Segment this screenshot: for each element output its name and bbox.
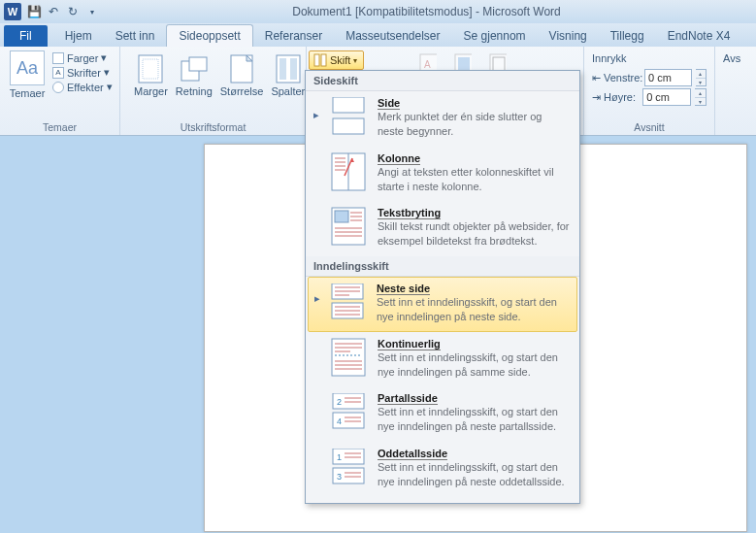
- svg-rect-7: [290, 58, 297, 80]
- group-page-setup: Marger Retning Størrelse Spalter: [120, 47, 307, 135]
- tab-endnote[interactable]: EndNote X4: [656, 25, 742, 47]
- qat-dropdown-icon[interactable]: ▾: [83, 3, 101, 20]
- continuous-title: Kontinuerlig: [378, 338, 570, 350]
- arrow-icon: ▸: [313, 97, 319, 121]
- undo-icon[interactable]: ↶: [45, 3, 62, 20]
- theme-colors-button[interactable]: Farger ▾: [52, 50, 113, 65]
- themes-icon: Aa: [10, 50, 45, 85]
- svg-text:A: A: [424, 59, 431, 70]
- columns-label: Spalter: [271, 85, 305, 97]
- indent-right-icon: ⇥: [592, 91, 601, 104]
- menu-continuous[interactable]: Kontinuerlig Sett inn et inndelingsskift…: [306, 332, 579, 387]
- orientation-button[interactable]: Retning: [176, 54, 213, 97]
- arrow-icon: ▸: [314, 283, 318, 305]
- even-page-desc: Sett inn et inndelingsskift, og start de…: [378, 405, 570, 434]
- svg-rect-15: [321, 54, 326, 66]
- columns-button[interactable]: Spalter: [271, 54, 305, 97]
- tab-se-gjennom[interactable]: Se gjennom: [452, 25, 538, 47]
- next-page-desc: Sett inn et inndelingsskift, og start de…: [377, 295, 569, 324]
- menu-next-page[interactable]: ▸ Neste side Sett inn et inndelingsskift…: [308, 277, 577, 332]
- themes-label: Temaer: [6, 87, 49, 99]
- even-page-icon: 24: [329, 392, 368, 431]
- theme-effects-label: Effekter: [67, 82, 104, 93]
- size-button[interactable]: Størrelse: [220, 54, 264, 97]
- svg-rect-6: [279, 58, 286, 80]
- column-break-desc: Angi at teksten etter kolonneskiftet vil…: [378, 165, 570, 194]
- menu-even-page[interactable]: 24 Partallsside Sett inn et inndelingssk…: [306, 386, 579, 442]
- quick-access-toolbar: 💾 ↶ ↻ ▾: [25, 3, 101, 20]
- indent-right-label: ⇥Høyre:: [592, 91, 639, 104]
- svg-rect-26: [335, 211, 348, 222]
- odd-page-icon: 13: [329, 448, 368, 486]
- menu-page-break[interactable]: ▸ Side Merk punktet der én side slutter …: [306, 91, 579, 147]
- breaks-button[interactable]: Skift ▾: [309, 50, 364, 70]
- indent-left-icon: ⇤: [592, 72, 601, 84]
- text-wrapping-title: Tekstbryting: [378, 207, 570, 218]
- next-page-icon: [328, 283, 367, 321]
- tab-fil[interactable]: Fil: [4, 25, 48, 47]
- svg-text:1: 1: [337, 452, 342, 462]
- orientation-label: Retning: [176, 85, 213, 97]
- tab-visning[interactable]: Visning: [538, 25, 599, 47]
- continuous-desc: Sett inn et inndelingsskift, og start de…: [378, 350, 570, 380]
- menu-column-break[interactable]: Kolonne Angi at teksten etter kolonneski…: [306, 147, 579, 202]
- svg-rect-3: [189, 57, 207, 71]
- indent-right-spinner[interactable]: ▴▾: [695, 88, 707, 106]
- menu-text-wrapping-break[interactable]: Tekstbryting Skill tekst rundt objekter …: [306, 201, 579, 256]
- indent-title: Innrykk: [590, 50, 708, 68]
- colors-icon: [52, 52, 64, 64]
- group-themes: Aa Temaer Farger ▾ ASkrifter ▾ Effekter …: [0, 47, 120, 135]
- margins-label: Marger: [134, 85, 168, 97]
- continuous-icon: [329, 338, 368, 377]
- theme-colors-label: Farger: [67, 52, 98, 64]
- effects-icon: [52, 82, 64, 93]
- columns-icon: [273, 54, 304, 83]
- tab-hjem[interactable]: Hjem: [53, 25, 104, 47]
- word-app-icon: W: [4, 3, 21, 20]
- themes-button[interactable]: Aa Temaer: [6, 50, 49, 99]
- svg-rect-17: [333, 118, 364, 134]
- window-title: Dokument1 [Kompatibilitetsmodus] - Micro…: [101, 5, 752, 18]
- title-bar: W 💾 ↶ ↻ ▾ Dokument1 [Kompatibilitetsmodu…: [0, 0, 756, 23]
- chevron-down-icon: ▾: [353, 56, 357, 65]
- indent-left-input[interactable]: 0 cm: [644, 69, 692, 86]
- page-break-icon: [329, 97, 368, 136]
- indent-right-input[interactable]: 0 cm: [642, 88, 691, 106]
- section-page-breaks-header: Sideskift: [306, 71, 579, 91]
- indent-left-spinner[interactable]: ▴▾: [696, 69, 707, 86]
- group-page-setup-label: Utskriftsformat: [126, 119, 300, 133]
- page-break-title: Side: [378, 97, 570, 109]
- margins-icon: [135, 54, 166, 83]
- theme-effects-button[interactable]: Effekter ▾: [52, 80, 113, 94]
- svg-text:4: 4: [337, 416, 342, 426]
- section-breaks-header: Inndelingsskift: [306, 256, 579, 277]
- tab-sett-inn[interactable]: Sett inn: [104, 25, 167, 47]
- svg-rect-41: [332, 339, 365, 376]
- svg-text:2: 2: [337, 397, 342, 407]
- orientation-icon: [179, 54, 210, 83]
- size-label: Størrelse: [220, 85, 264, 97]
- svg-rect-16: [333, 97, 364, 113]
- tab-referanser[interactable]: Referanser: [253, 25, 334, 47]
- breaks-dropdown: Sideskift ▸ Side Merk punktet der én sid…: [305, 70, 580, 504]
- indent-left-label: ⇤Venstre:: [592, 72, 641, 84]
- save-icon[interactable]: 💾: [25, 3, 43, 20]
- tab-masseutsendelser[interactable]: Masseutsendelser: [334, 25, 451, 47]
- odd-page-desc: Sett inn et inndelingsskift, og start de…: [378, 460, 570, 489]
- group-spacing: Avs: [715, 47, 754, 135]
- fonts-icon: A: [52, 67, 64, 79]
- menu-odd-page[interactable]: 13 Oddetallsside Sett inn et inndelingss…: [306, 442, 579, 497]
- even-page-title: Partallsside: [378, 392, 570, 404]
- theme-fonts-button[interactable]: ASkrifter ▾: [52, 65, 113, 80]
- redo-icon[interactable]: ↻: [64, 3, 82, 20]
- next-page-title: Neste side: [377, 283, 569, 294]
- page-break-desc: Merk punktet der én side slutter og nest…: [378, 110, 570, 139]
- column-break-icon: [329, 152, 368, 191]
- margins-button[interactable]: Marger: [134, 54, 168, 97]
- tab-tillegg[interactable]: Tillegg: [599, 25, 656, 47]
- odd-page-title: Oddetallsside: [378, 448, 570, 459]
- tab-sideoppsett[interactable]: Sideoppsett: [166, 24, 252, 47]
- column-break-title: Kolonne: [378, 152, 570, 164]
- group-indent: Innrykk ⇤Venstre: 0 cm ▴▾ ⇥Høyre: 0 cm ▴…: [584, 47, 715, 135]
- breaks-label: Skift: [330, 54, 350, 66]
